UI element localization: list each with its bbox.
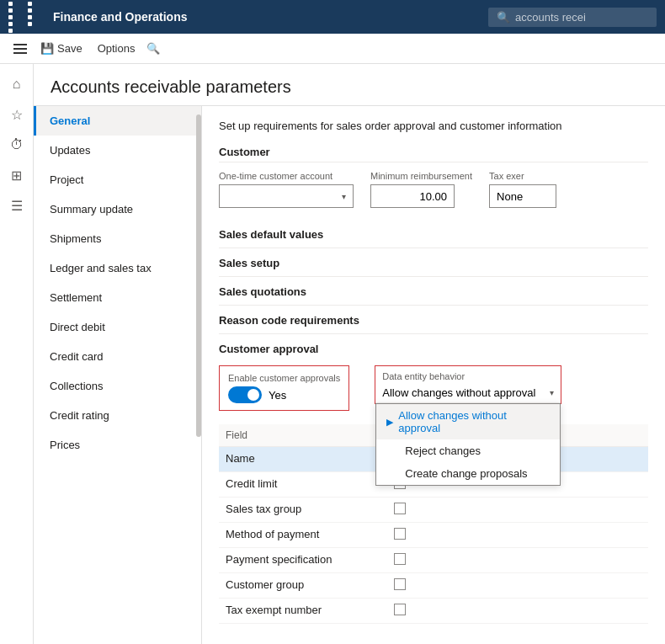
reason-code-header[interactable]: Reason code requirements [219, 307, 648, 333]
table-row[interactable]: Payment specification [219, 548, 648, 573]
table-row[interactable]: Tax exempt number [219, 599, 648, 624]
table-row[interactable]: Sales tax group [219, 498, 648, 523]
nav-item-settlement[interactable]: Settlement [34, 283, 201, 312]
left-sidebar-icons: ⌂ ☆ ⏱ ⊞ ☰ [0, 64, 34, 644]
checkbox-tax-exempt-number[interactable] [394, 604, 406, 615]
one-time-account-chevron: ▾ [342, 192, 346, 201]
toggle-row: Yes [228, 386, 340, 403]
toolbar-search-icon[interactable]: 🔍 [146, 42, 160, 55]
global-search-box[interactable]: 🔍 [488, 8, 657, 27]
customer-section-title: Customer [219, 146, 648, 162]
checkbox-sales-tax-group[interactable] [394, 503, 406, 514]
sales-quotations-header[interactable]: Sales quotations [219, 279, 648, 305]
sales-setup-section: Sales setup [219, 250, 648, 277]
checkbox-payment-spec[interactable] [394, 553, 406, 565]
nav-item-shipments[interactable]: Shipments [34, 224, 201, 253]
sales-setup-header[interactable]: Sales setup [219, 250, 648, 276]
data-entity-box: Data entity behavior Allow changes witho… [375, 365, 561, 404]
recent-icon[interactable]: ⏱ [3, 131, 30, 158]
table-row[interactable]: Customer group [219, 573, 648, 599]
content-area: General Updates Project Summary update S… [34, 106, 665, 644]
sales-quotations-section: Sales quotations [219, 279, 648, 306]
modules-icon[interactable]: ☰ [3, 192, 30, 219]
customer-approval-title: Customer approval [219, 343, 648, 355]
dropdown-item-check: ▶ [386, 417, 393, 428]
app-grid-icon[interactable] [8, 2, 45, 33]
field-col-header: Field [219, 424, 387, 446]
one-time-account-label: One-time customer account [219, 171, 354, 181]
app-title: Finance and Operations [53, 10, 480, 24]
workspaces-icon[interactable]: ⊞ [3, 162, 30, 189]
top-navbar: Finance and Operations 🔍 [0, 0, 665, 34]
checkbox-customer-group[interactable] [394, 578, 406, 590]
toggle-value-label: Yes [269, 389, 286, 402]
data-entity-label: Data entity behavior [375, 366, 561, 383]
main-content: Accounts receivable parameters General U… [34, 64, 665, 644]
save-button[interactable]: 💾 Save [34, 39, 89, 58]
reason-code-section: Reason code requirements [219, 307, 648, 334]
nav-item-prices[interactable]: Prices [34, 430, 201, 460]
tax-exempt-label: Tax exer [489, 171, 556, 181]
checkbox-method-payment[interactable] [394, 528, 406, 540]
minimum-reimbursement-label: Minimum reimbursement [370, 171, 472, 181]
nav-item-ledger-sales-tax[interactable]: Ledger and sales tax [34, 253, 201, 283]
toggle-thumb [247, 389, 259, 401]
table-row[interactable]: Method of payment [219, 523, 648, 548]
sales-defaults-section: Sales default values [219, 221, 648, 248]
minimum-reimbursement-input[interactable] [370, 184, 455, 208]
enable-approvals-label: Enable customer approvals [228, 373, 340, 383]
nav-item-project[interactable]: Project [34, 165, 201, 194]
data-entity-dropdown: ▶ Allow changes without approval Reject … [375, 403, 561, 486]
dropdown-item-allow[interactable]: ▶ Allow changes without approval [376, 404, 560, 439]
panel-subtitle: Set up requirements for sales order appr… [219, 120, 648, 132]
customer-approval-section: Customer approval Enable customer approv… [219, 343, 648, 624]
options-button[interactable]: Options [91, 39, 142, 58]
nav-scrollbar[interactable] [196, 106, 201, 644]
global-search-input[interactable] [515, 11, 641, 24]
left-nav: General Updates Project Summary update S… [34, 106, 202, 644]
nav-item-credit-card[interactable]: Credit card [34, 342, 201, 371]
tax-exempt-select[interactable]: None [489, 184, 556, 208]
search-icon: 🔍 [497, 11, 510, 24]
one-time-account-select[interactable]: ▾ [219, 184, 354, 208]
home-icon[interactable]: ⌂ [3, 71, 30, 98]
hamburger-button[interactable] [8, 39, 32, 59]
enable-approvals-box: Enable customer approvals Yes [219, 365, 349, 411]
enable-approvals-toggle[interactable] [228, 386, 262, 403]
nav-item-updates[interactable]: Updates [34, 136, 201, 165]
data-entity-chevron: ▾ [550, 388, 554, 397]
approval-content: Enable customer approvals Yes Data entit… [219, 365, 648, 411]
save-icon: 💾 [40, 42, 54, 55]
tax-exempt-field: Tax exer None [489, 171, 556, 208]
nav-item-summary-update[interactable]: Summary update [34, 194, 201, 224]
nav-item-credit-rating[interactable]: Credit rating [34, 401, 201, 430]
sales-defaults-header[interactable]: Sales default values [219, 221, 648, 247]
customer-form-row: One-time customer account ▾ Minimum reim… [219, 171, 648, 208]
data-entity-select[interactable]: Allow changes without approval ▾ [375, 383, 561, 403]
nav-item-collections[interactable]: Collections [34, 371, 201, 401]
one-time-account-field: One-time customer account ▾ [219, 171, 354, 208]
dropdown-item-propose[interactable]: Create change proposals [376, 462, 560, 485]
page-title: Accounts receivable parameters [34, 64, 665, 106]
nav-item-general[interactable]: General [34, 106, 201, 136]
toolbar: 💾 Save Options 🔍 [0, 34, 665, 64]
dropdown-item-reject[interactable]: Reject changes [376, 439, 560, 462]
right-panel: Set up requirements for sales order appr… [202, 106, 665, 644]
favorites-icon[interactable]: ☆ [3, 101, 30, 128]
nav-item-direct-debit[interactable]: Direct debit [34, 312, 201, 342]
minimum-reimbursement-field: Minimum reimbursement [370, 171, 472, 208]
customer-section: Customer One-time customer account ▾ Min… [219, 146, 648, 208]
